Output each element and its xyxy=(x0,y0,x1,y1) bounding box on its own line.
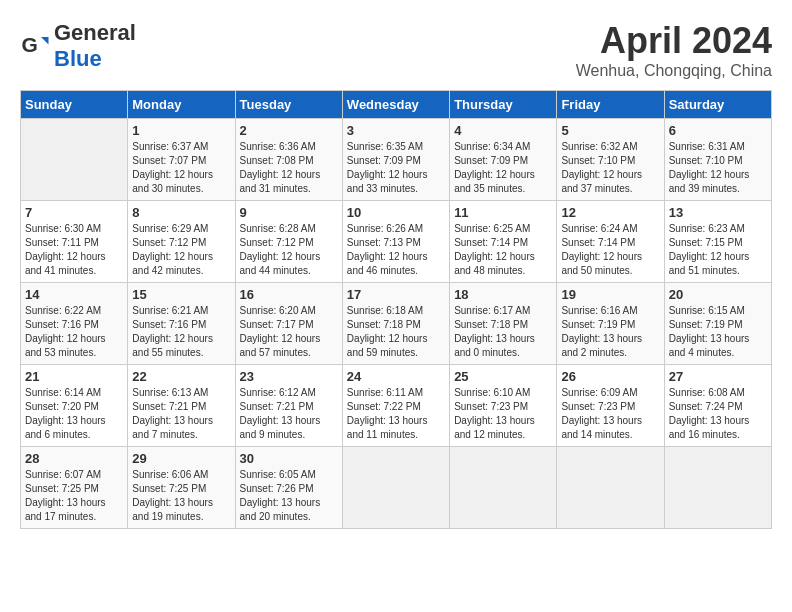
calendar-cell xyxy=(557,447,664,529)
calendar-cell: 23Sunrise: 6:12 AM Sunset: 7:21 PM Dayli… xyxy=(235,365,342,447)
day-info: Sunrise: 6:23 AM Sunset: 7:15 PM Dayligh… xyxy=(669,222,767,278)
day-number: 6 xyxy=(669,123,767,138)
day-number: 13 xyxy=(669,205,767,220)
calendar-cell: 19Sunrise: 6:16 AM Sunset: 7:19 PM Dayli… xyxy=(557,283,664,365)
day-number: 12 xyxy=(561,205,659,220)
svg-marker-1 xyxy=(41,37,49,45)
header-day-saturday: Saturday xyxy=(664,91,771,119)
day-number: 24 xyxy=(347,369,445,384)
calendar-cell: 11Sunrise: 6:25 AM Sunset: 7:14 PM Dayli… xyxy=(450,201,557,283)
day-number: 10 xyxy=(347,205,445,220)
header-day-wednesday: Wednesday xyxy=(342,91,449,119)
calendar-cell: 3Sunrise: 6:35 AM Sunset: 7:09 PM Daylig… xyxy=(342,119,449,201)
day-number: 17 xyxy=(347,287,445,302)
calendar-cell: 29Sunrise: 6:06 AM Sunset: 7:25 PM Dayli… xyxy=(128,447,235,529)
calendar-week-1: 1Sunrise: 6:37 AM Sunset: 7:07 PM Daylig… xyxy=(21,119,772,201)
day-number: 23 xyxy=(240,369,338,384)
calendar-cell xyxy=(21,119,128,201)
day-info: Sunrise: 6:29 AM Sunset: 7:12 PM Dayligh… xyxy=(132,222,230,278)
day-info: Sunrise: 6:13 AM Sunset: 7:21 PM Dayligh… xyxy=(132,386,230,442)
day-info: Sunrise: 6:14 AM Sunset: 7:20 PM Dayligh… xyxy=(25,386,123,442)
day-info: Sunrise: 6:24 AM Sunset: 7:14 PM Dayligh… xyxy=(561,222,659,278)
calendar-cell: 2Sunrise: 6:36 AM Sunset: 7:08 PM Daylig… xyxy=(235,119,342,201)
logo: G GeneralBlue xyxy=(20,20,136,72)
day-info: Sunrise: 6:32 AM Sunset: 7:10 PM Dayligh… xyxy=(561,140,659,196)
month-year: April 2024 xyxy=(576,20,772,62)
day-number: 29 xyxy=(132,451,230,466)
calendar-header-row: SundayMondayTuesdayWednesdayThursdayFrid… xyxy=(21,91,772,119)
calendar-table: SundayMondayTuesdayWednesdayThursdayFrid… xyxy=(20,90,772,529)
calendar-week-2: 7Sunrise: 6:30 AM Sunset: 7:11 PM Daylig… xyxy=(21,201,772,283)
day-info: Sunrise: 6:11 AM Sunset: 7:22 PM Dayligh… xyxy=(347,386,445,442)
day-info: Sunrise: 6:16 AM Sunset: 7:19 PM Dayligh… xyxy=(561,304,659,360)
header-day-monday: Monday xyxy=(128,91,235,119)
calendar-cell: 12Sunrise: 6:24 AM Sunset: 7:14 PM Dayli… xyxy=(557,201,664,283)
calendar-cell: 1Sunrise: 6:37 AM Sunset: 7:07 PM Daylig… xyxy=(128,119,235,201)
day-info: Sunrise: 6:18 AM Sunset: 7:18 PM Dayligh… xyxy=(347,304,445,360)
day-number: 5 xyxy=(561,123,659,138)
day-info: Sunrise: 6:28 AM Sunset: 7:12 PM Dayligh… xyxy=(240,222,338,278)
day-info: Sunrise: 6:20 AM Sunset: 7:17 PM Dayligh… xyxy=(240,304,338,360)
location: Wenhua, Chongqing, China xyxy=(576,62,772,80)
day-info: Sunrise: 6:08 AM Sunset: 7:24 PM Dayligh… xyxy=(669,386,767,442)
day-number: 25 xyxy=(454,369,552,384)
svg-text:G: G xyxy=(22,33,38,56)
header-day-friday: Friday xyxy=(557,91,664,119)
calendar-cell: 4Sunrise: 6:34 AM Sunset: 7:09 PM Daylig… xyxy=(450,119,557,201)
day-info: Sunrise: 6:22 AM Sunset: 7:16 PM Dayligh… xyxy=(25,304,123,360)
day-number: 2 xyxy=(240,123,338,138)
day-number: 27 xyxy=(669,369,767,384)
day-info: Sunrise: 6:12 AM Sunset: 7:21 PM Dayligh… xyxy=(240,386,338,442)
day-info: Sunrise: 6:05 AM Sunset: 7:26 PM Dayligh… xyxy=(240,468,338,524)
title-block: April 2024 Wenhua, Chongqing, China xyxy=(576,20,772,80)
calendar-cell xyxy=(450,447,557,529)
day-info: Sunrise: 6:21 AM Sunset: 7:16 PM Dayligh… xyxy=(132,304,230,360)
day-number: 8 xyxy=(132,205,230,220)
day-info: Sunrise: 6:35 AM Sunset: 7:09 PM Dayligh… xyxy=(347,140,445,196)
calendar-cell: 7Sunrise: 6:30 AM Sunset: 7:11 PM Daylig… xyxy=(21,201,128,283)
day-number: 16 xyxy=(240,287,338,302)
calendar-cell: 25Sunrise: 6:10 AM Sunset: 7:23 PM Dayli… xyxy=(450,365,557,447)
day-number: 19 xyxy=(561,287,659,302)
day-number: 30 xyxy=(240,451,338,466)
calendar-cell: 8Sunrise: 6:29 AM Sunset: 7:12 PM Daylig… xyxy=(128,201,235,283)
calendar-cell xyxy=(664,447,771,529)
calendar-cell: 26Sunrise: 6:09 AM Sunset: 7:23 PM Dayli… xyxy=(557,365,664,447)
day-number: 9 xyxy=(240,205,338,220)
day-number: 3 xyxy=(347,123,445,138)
day-number: 28 xyxy=(25,451,123,466)
calendar-cell: 28Sunrise: 6:07 AM Sunset: 7:25 PM Dayli… xyxy=(21,447,128,529)
calendar-cell: 27Sunrise: 6:08 AM Sunset: 7:24 PM Dayli… xyxy=(664,365,771,447)
calendar-cell: 20Sunrise: 6:15 AM Sunset: 7:19 PM Dayli… xyxy=(664,283,771,365)
logo-icon: G xyxy=(20,31,50,61)
day-info: Sunrise: 6:06 AM Sunset: 7:25 PM Dayligh… xyxy=(132,468,230,524)
day-info: Sunrise: 6:10 AM Sunset: 7:23 PM Dayligh… xyxy=(454,386,552,442)
day-number: 7 xyxy=(25,205,123,220)
day-number: 15 xyxy=(132,287,230,302)
day-info: Sunrise: 6:34 AM Sunset: 7:09 PM Dayligh… xyxy=(454,140,552,196)
day-info: Sunrise: 6:26 AM Sunset: 7:13 PM Dayligh… xyxy=(347,222,445,278)
day-number: 18 xyxy=(454,287,552,302)
header-day-thursday: Thursday xyxy=(450,91,557,119)
calendar-week-5: 28Sunrise: 6:07 AM Sunset: 7:25 PM Dayli… xyxy=(21,447,772,529)
day-number: 1 xyxy=(132,123,230,138)
day-number: 14 xyxy=(25,287,123,302)
calendar-cell: 14Sunrise: 6:22 AM Sunset: 7:16 PM Dayli… xyxy=(21,283,128,365)
calendar-cell: 24Sunrise: 6:11 AM Sunset: 7:22 PM Dayli… xyxy=(342,365,449,447)
day-info: Sunrise: 6:17 AM Sunset: 7:18 PM Dayligh… xyxy=(454,304,552,360)
logo-blue: Blue xyxy=(54,46,102,71)
page-header: G GeneralBlue April 2024 Wenhua, Chongqi… xyxy=(20,20,772,80)
day-info: Sunrise: 6:37 AM Sunset: 7:07 PM Dayligh… xyxy=(132,140,230,196)
day-number: 4 xyxy=(454,123,552,138)
calendar-cell: 9Sunrise: 6:28 AM Sunset: 7:12 PM Daylig… xyxy=(235,201,342,283)
day-info: Sunrise: 6:31 AM Sunset: 7:10 PM Dayligh… xyxy=(669,140,767,196)
day-info: Sunrise: 6:09 AM Sunset: 7:23 PM Dayligh… xyxy=(561,386,659,442)
calendar-week-4: 21Sunrise: 6:14 AM Sunset: 7:20 PM Dayli… xyxy=(21,365,772,447)
calendar-cell: 22Sunrise: 6:13 AM Sunset: 7:21 PM Dayli… xyxy=(128,365,235,447)
calendar-cell: 18Sunrise: 6:17 AM Sunset: 7:18 PM Dayli… xyxy=(450,283,557,365)
calendar-cell: 6Sunrise: 6:31 AM Sunset: 7:10 PM Daylig… xyxy=(664,119,771,201)
day-number: 22 xyxy=(132,369,230,384)
day-number: 11 xyxy=(454,205,552,220)
day-info: Sunrise: 6:25 AM Sunset: 7:14 PM Dayligh… xyxy=(454,222,552,278)
calendar-cell: 16Sunrise: 6:20 AM Sunset: 7:17 PM Dayli… xyxy=(235,283,342,365)
